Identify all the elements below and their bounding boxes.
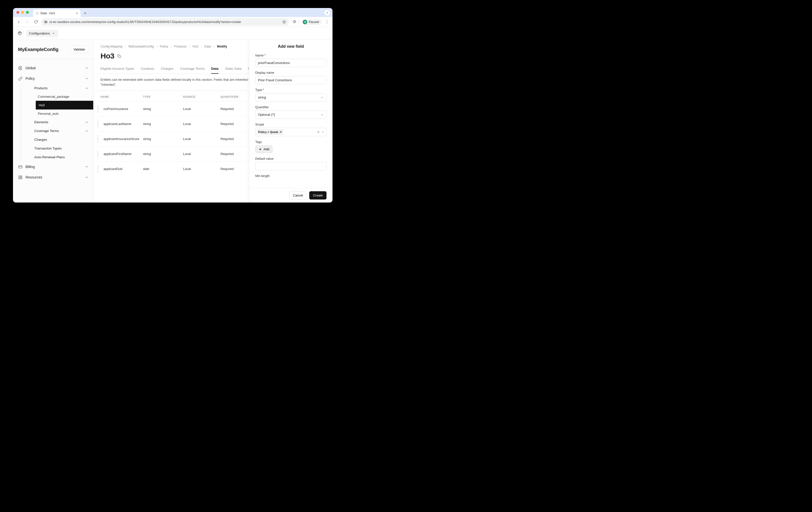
breadcrumb-item[interactable]: Ho3 <box>193 45 198 48</box>
cancel-button[interactable]: Cancel <box>289 191 307 199</box>
field-name: Name * <box>255 54 326 67</box>
sidebar-label: Policy <box>26 77 35 81</box>
tab-charges[interactable]: Charges <box>161 65 174 74</box>
breadcrumb-current: Modify <box>217 45 227 48</box>
close-window-icon[interactable] <box>17 11 19 14</box>
site-settings-icon[interactable] <box>44 20 48 24</box>
quantifier-label: Quantifier <box>255 106 326 109</box>
configurations-label: Configurations <box>29 31 50 35</box>
bookmark-icon[interactable] <box>282 20 286 24</box>
sidebar-item-global[interactable]: Global <box>13 63 93 73</box>
tab-title: Data · Ho3 <box>40 11 55 15</box>
scope-chip-label: Policy + Quote <box>258 131 278 134</box>
sidebar-item-auto-renewal[interactable]: Auto-Renewal Plans <box>21 153 93 162</box>
profile-chip[interactable]: S Paused <box>302 19 321 25</box>
cell-name: applicantInsuranceScore <box>100 137 143 141</box>
display-name-label: Display name <box>255 71 326 75</box>
breadcrumb-item[interactable]: Products <box>174 45 186 48</box>
scope-select[interactable]: Policy + Quote ✕ ✕ <box>255 128 326 136</box>
quantifier-select[interactable]: Optional (?) <box>255 111 326 119</box>
scope-chip: Policy + Quote ✕ <box>257 129 284 135</box>
profile-status: Paused <box>309 20 319 24</box>
default-value-label: Default value <box>255 157 326 161</box>
clear-scope-icon[interactable]: ✕ <box>317 130 320 134</box>
sidebar-item-charges[interactable]: Charges <box>21 135 93 144</box>
col-name: NAME <box>100 95 143 98</box>
sidebar-nav: Global Policy Products <box>13 59 93 186</box>
sidebar-item-elements[interactable]: Elements <box>21 118 93 126</box>
sidebar-item-billing[interactable]: Billing <box>13 162 93 172</box>
type-select[interactable]: string <box>255 93 326 102</box>
breadcrumb-item[interactable]: Data <box>204 45 211 48</box>
browser-menu-icon[interactable]: ⋮ <box>324 20 330 24</box>
tab-contents[interactable]: Contents <box>141 65 154 74</box>
reload-button[interactable] <box>32 19 39 25</box>
browser-tab[interactable]: Data · Ho3 × <box>33 9 81 17</box>
create-button[interactable]: Create <box>309 191 326 199</box>
gear-icon <box>18 66 23 70</box>
app-logo[interactable] <box>16 29 24 37</box>
sidebar-label: Coverage Terms <box>34 129 59 133</box>
chevron-down-icon <box>321 96 324 99</box>
tags-label: Tags <box>255 140 326 144</box>
col-type: TYPE <box>143 95 183 98</box>
breadcrumb-item[interactable]: Config Mapping <box>100 45 122 48</box>
display-name-input[interactable] <box>255 76 326 84</box>
panel-footer: Cancel Create <box>249 188 332 202</box>
svg-rect-11 <box>19 177 20 179</box>
sidebar-item-products[interactable]: Products <box>21 84 93 92</box>
url-text: ui-ec-sandbox.socotra.com/en/enterprise-… <box>50 20 241 24</box>
extensions-icon[interactable] <box>292 20 296 24</box>
cell-type: date <box>143 167 183 171</box>
grid-icon <box>18 175 23 179</box>
tab-static-data[interactable]: Static Data <box>225 65 241 74</box>
sidebar-item-personal[interactable]: Personal_auto <box>21 110 93 118</box>
name-input[interactable] <box>255 59 326 67</box>
cell-source: Local <box>183 122 221 126</box>
forward-button[interactable] <box>24 19 30 25</box>
chevron-down-icon <box>52 32 55 35</box>
back-button[interactable] <box>16 19 22 25</box>
plus-icon <box>259 147 262 151</box>
breadcrumb-item[interactable]: MyExampleConfig <box>128 45 154 48</box>
maximize-window-icon[interactable] <box>26 11 29 14</box>
tab-eligible-account-types[interactable]: Eligible Account Types <box>100 65 134 74</box>
add-field-panel: Add new field Name * Display name Type * <box>249 40 332 202</box>
sidebar-item-policy[interactable]: Policy <box>13 73 93 84</box>
svg-rect-0 <box>45 21 46 22</box>
breadcrumb-item[interactable]: Policy <box>160 45 168 48</box>
address-bar[interactable]: ui-ec-sandbox.socotra.com/en/enterprise-… <box>41 18 289 26</box>
sidebar-item-ho3[interactable]: Ho3 <box>36 101 93 110</box>
app-header: Configurations <box>13 27 332 40</box>
close-tab-icon[interactable]: × <box>76 11 78 15</box>
cell-source: Local <box>183 107 221 111</box>
tab-coverage-terms[interactable]: Coverage Terms <box>180 65 205 74</box>
sidebar-label: Elements <box>34 120 48 124</box>
cell-name: applicantFirstName <box>100 152 143 156</box>
sidebar-item-transaction-types[interactable]: Transaction Types <box>21 144 93 153</box>
copy-icon[interactable] <box>117 54 121 58</box>
svg-point-5 <box>20 67 21 68</box>
sidebar-item-coverage-terms[interactable]: Coverage Terms <box>21 126 93 135</box>
svg-rect-10 <box>21 177 22 179</box>
tab-favicon <box>35 11 39 15</box>
remove-chip-icon[interactable]: ✕ <box>280 130 282 134</box>
configurations-dropdown[interactable]: Configurations <box>26 30 58 37</box>
tab-list-dropdown[interactable] <box>324 10 330 16</box>
minimize-window-icon[interactable] <box>21 11 24 14</box>
card-icon <box>18 165 23 169</box>
sidebar-label: Resources <box>26 175 42 179</box>
cell-name: applicantLastName <box>100 122 143 126</box>
sidebar-item-resources[interactable]: Resources <box>13 172 93 182</box>
svg-rect-2 <box>45 22 46 23</box>
add-tag-button[interactable]: Add <box>255 145 272 153</box>
app-root: Configurations MyExampleConfig Validate … <box>13 27 332 202</box>
svg-rect-8 <box>19 176 20 177</box>
sidebar-label: Auto-Renewal Plans <box>34 155 65 159</box>
sidebar-item-commercial[interactable]: Commercial_package <box>21 92 93 101</box>
validate-button[interactable]: Validate <box>70 46 88 53</box>
tab-data[interactable]: Data <box>211 65 219 74</box>
new-tab-button[interactable]: + <box>82 10 88 17</box>
default-value-input[interactable] <box>255 162 326 170</box>
chevron-down-icon <box>321 131 324 134</box>
